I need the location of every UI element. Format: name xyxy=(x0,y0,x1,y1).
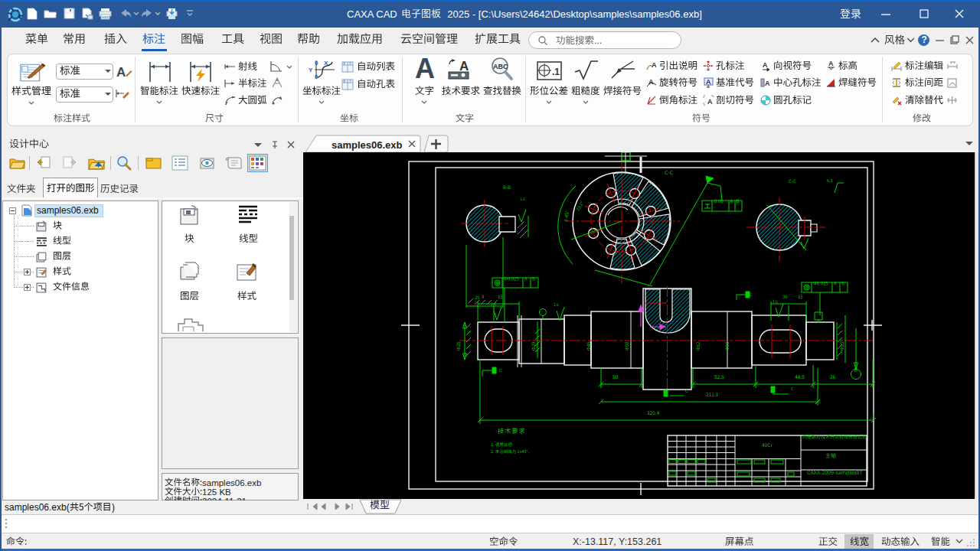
svg-text:Y: Y xyxy=(349,62,351,66)
svg-text:A: A xyxy=(648,78,654,86)
svg-text:Y: Y xyxy=(309,67,313,73)
svg-text:A: A xyxy=(459,59,469,73)
svg-text:X: X xyxy=(343,80,345,83)
svg-text:Y: Y xyxy=(349,80,351,83)
svg-text:A: A xyxy=(707,98,713,106)
svg-text:A: A xyxy=(828,60,834,67)
svg-text:A: A xyxy=(652,61,657,69)
svg-text:ABC: ABC xyxy=(493,63,508,70)
svg-text:.1: .1 xyxy=(552,67,560,77)
svg-text:A: A xyxy=(765,80,770,87)
svg-text:X: X xyxy=(343,62,345,66)
svg-text:A: A xyxy=(706,78,711,86)
